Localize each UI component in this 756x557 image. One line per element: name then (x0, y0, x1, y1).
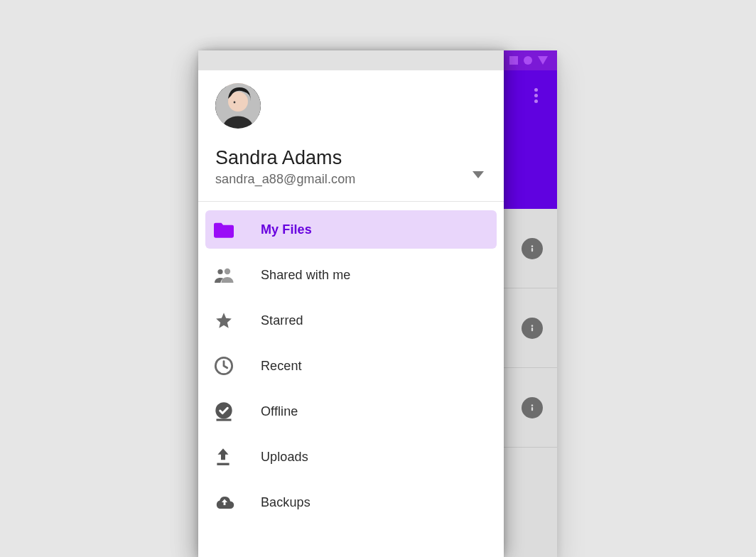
nav-item-label: My Files (261, 222, 312, 237)
nav-item-recent[interactable]: Recent (205, 347, 497, 385)
nav-item-backups[interactable]: Backups (205, 483, 497, 521)
svg-rect-18 (217, 419, 232, 421)
upload-icon (214, 447, 239, 467)
status-bar-system-icons (500, 50, 557, 70)
folder-icon (214, 221, 239, 238)
nav-item-shared[interactable]: Shared with me (205, 256, 497, 294)
chevron-down-icon (472, 171, 484, 178)
cloud-backup-icon (214, 494, 239, 510)
svg-rect-8 (531, 407, 533, 411)
nav-item-label: Starred (261, 313, 303, 328)
svg-point-12 (234, 102, 236, 104)
nav-item-offline[interactable]: Offline (205, 392, 497, 431)
stage: Sandra Adams sandra_a88@gmail.com My Fil… (0, 0, 756, 557)
account-header: Sandra Adams sandra_a88@gmail.com (198, 70, 504, 202)
info-icon[interactable] (522, 318, 543, 339)
svg-point-1 (524, 56, 532, 65)
svg-point-7 (531, 404, 534, 406)
star-icon (214, 311, 239, 330)
svg-rect-4 (531, 248, 533, 252)
clock-icon (214, 356, 239, 376)
svg-point-15 (217, 269, 222, 274)
svg-rect-19 (217, 463, 229, 465)
drawer-status-bar (198, 50, 504, 70)
nav-item-starred[interactable]: Starred (205, 301, 497, 340)
nav-item-label: Offline (261, 404, 298, 419)
user-name: Sandra Adams (215, 147, 487, 169)
status-circle-icon (524, 56, 532, 65)
overflow-menu-button[interactable] (527, 87, 544, 104)
offline-icon (214, 401, 239, 421)
svg-marker-13 (472, 171, 484, 178)
people-icon (214, 267, 239, 283)
svg-marker-2 (538, 56, 548, 65)
svg-point-3 (531, 245, 534, 247)
nav-item-label: Recent (261, 359, 302, 374)
drawer-nav: My Files Shared with me Starred (198, 202, 504, 545)
nav-item-label: Shared with me (261, 268, 350, 283)
nav-item-label: Uploads (261, 450, 308, 465)
nav-item-label: Backups (261, 495, 310, 510)
svg-point-5 (531, 325, 534, 327)
svg-point-14 (225, 269, 230, 274)
nav-item-uploads[interactable]: Uploads (205, 438, 497, 476)
info-icon[interactable] (522, 397, 543, 418)
status-square-icon (509, 56, 518, 65)
avatar[interactable] (215, 83, 261, 129)
more-vert-icon (527, 87, 544, 104)
info-icon[interactable] (522, 238, 543, 259)
status-triangle-icon (538, 56, 548, 65)
svg-rect-0 (509, 56, 518, 65)
svg-rect-6 (531, 328, 533, 331)
user-email: sandra_a88@gmail.com (215, 172, 487, 187)
navigation-drawer: Sandra Adams sandra_a88@gmail.com My Fil… (198, 50, 504, 557)
nav-item-my-files[interactable]: My Files (205, 210, 497, 249)
account-switcher-button[interactable] (472, 171, 485, 184)
